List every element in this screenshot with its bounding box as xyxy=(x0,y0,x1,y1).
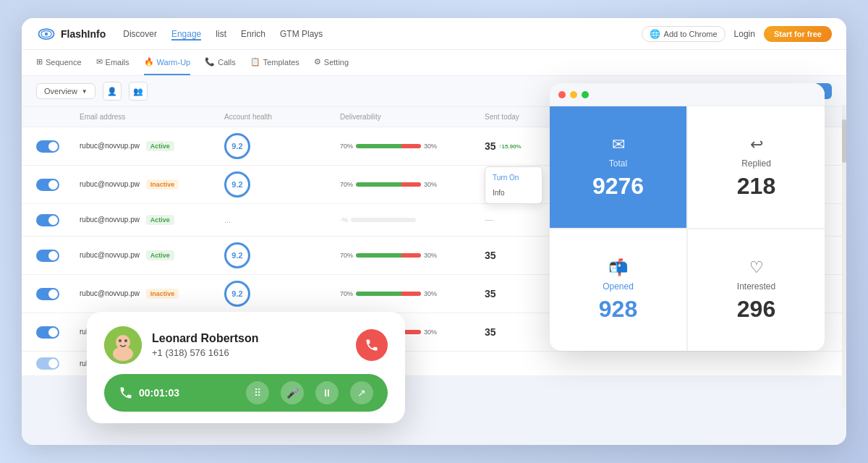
caller-name: Leonard Robertson xyxy=(152,332,346,345)
scrollbar[interactable] xyxy=(842,105,846,409)
subnav-sequence-label: Sequence xyxy=(46,58,82,67)
nav-discover[interactable]: Discover xyxy=(123,27,157,41)
interested-value: 296 xyxy=(737,296,775,323)
mute-button[interactable]: 🎤 xyxy=(281,381,304,404)
call-timer: 00:01:03 xyxy=(119,386,231,400)
subnav-calls-label: Calls xyxy=(218,58,235,67)
users-icon-btn[interactable]: 👥 xyxy=(129,82,148,101)
chevron-down-icon: ▼ xyxy=(82,88,88,95)
card-titlebar xyxy=(550,83,825,106)
sequence-icon: ⊞ xyxy=(36,57,43,67)
subnav-warmup-label: Warm-Up xyxy=(157,58,191,67)
email-cell-5: rubuc@novvup.pw Inactive xyxy=(80,289,224,299)
overview-label: Overview xyxy=(44,87,77,95)
overview-select[interactable]: Overview ▼ xyxy=(36,83,95,99)
interested-card: ♡ Interested 296 xyxy=(688,229,825,351)
caller-number: +1 (318) 576 1616 xyxy=(152,347,346,358)
window-maximize-dot[interactable] xyxy=(582,91,589,98)
status-badge-3: Active xyxy=(146,215,174,225)
dropdown-item-turnon[interactable]: Turn On xyxy=(485,170,542,185)
total-label: Total xyxy=(609,158,627,169)
score-3: ... xyxy=(224,216,340,224)
chrome-button[interactable]: 🌐 Add to Chrome xyxy=(642,26,726,42)
opened-label: Opened xyxy=(603,281,634,292)
opened-card: 📬 Opened 928 xyxy=(550,229,686,351)
login-button[interactable]: Login xyxy=(734,29,755,39)
hold-button[interactable]: ⏸ xyxy=(315,381,339,404)
opened-icon: 📬 xyxy=(608,258,628,277)
opened-value: 928 xyxy=(599,296,637,323)
timer-display: 00:01:03 xyxy=(139,387,179,399)
replied-icon: ↩ xyxy=(750,135,763,154)
replied-value: 218 xyxy=(737,173,775,200)
col-delivery: Deliverability xyxy=(340,113,485,121)
delivery-1: 70% 30% xyxy=(340,143,485,150)
interested-icon: ♡ xyxy=(749,258,764,277)
caller-info: Leonard Robertson +1 (318) 576 1616 xyxy=(152,332,346,358)
col-health: Account health xyxy=(224,113,340,121)
call-controls-bar: 00:01:03 ⠿ 🎤 ⏸ ↗ xyxy=(104,374,388,412)
toggle-7[interactable] xyxy=(36,357,80,370)
nav-gtm[interactable]: GTM Plays xyxy=(280,27,323,41)
status-badge-4: Active xyxy=(146,250,174,260)
score-2: 9.2 xyxy=(224,171,340,197)
total-value: 9276 xyxy=(592,173,644,200)
svg-point-5 xyxy=(124,339,127,342)
calls-icon: 📞 xyxy=(205,57,215,67)
logo-area: FlashInfo xyxy=(36,27,106,41)
end-call-icon xyxy=(365,338,379,352)
stats-grid: ✉ Total 9276 ↩ Replied 218 📬 Opened 928 … xyxy=(550,106,825,351)
emails-icon: ✉ xyxy=(96,57,103,67)
nav-right: 🌐 Add to Chrome Login Start for free xyxy=(642,26,832,42)
nav-list[interactable]: list xyxy=(216,27,226,41)
subnav-setting-label: Setting xyxy=(324,58,349,67)
top-nav: FlashInfo Discover Engage list Enrich GT… xyxy=(22,18,846,50)
subnav-calls[interactable]: 📞 Calls xyxy=(205,50,235,75)
keypad-button[interactable]: ⠿ xyxy=(246,381,269,404)
start-button[interactable]: Start for free xyxy=(764,26,832,42)
subnav-emails[interactable]: ✉ Emails xyxy=(96,50,129,75)
scrollbar-thumb[interactable] xyxy=(842,119,846,163)
nav-engage[interactable]: Engage xyxy=(171,27,201,41)
toggle-4[interactable] xyxy=(36,250,80,262)
logo-icon xyxy=(36,27,56,41)
score-4: 9.2 xyxy=(224,242,340,268)
subnav-warmup[interactable]: 🔥 Warm-Up xyxy=(144,50,191,75)
subnav-emails-label: Emails xyxy=(106,58,129,67)
status-badge-1: Active xyxy=(146,141,174,151)
total-card: ✉ Total 9276 xyxy=(550,106,686,228)
col-email: Email address xyxy=(80,113,224,121)
call-top: Leonard Robertson +1 (318) 576 1616 xyxy=(104,326,388,364)
toggle-3[interactable] xyxy=(36,214,80,226)
call-active-icon xyxy=(119,386,133,400)
delivery-4: 70% 30% xyxy=(340,252,485,259)
transfer-button[interactable]: ↗ xyxy=(350,381,373,404)
toggle-6[interactable] xyxy=(36,326,80,339)
window-close-dot[interactable] xyxy=(558,91,566,98)
user-icon-btn[interactable]: 👤 xyxy=(103,82,122,101)
subnav-templates[interactable]: 📋 Templates xyxy=(250,50,299,75)
toggle-2[interactable] xyxy=(36,179,80,191)
toggle-1[interactable] xyxy=(36,140,80,153)
total-icon: ✉ xyxy=(612,135,625,154)
toggle-5[interactable] xyxy=(36,288,80,300)
logo-text: FlashInfo xyxy=(61,28,106,40)
dropdown-item-info[interactable]: Info xyxy=(485,185,542,200)
email-stats-card: ✉ Total 9276 ↩ Replied 218 📬 Opened 928 … xyxy=(550,83,825,351)
end-call-button[interactable] xyxy=(356,329,388,361)
sub-nav: ⊞ Sequence ✉ Emails 🔥 Warm-Up 📞 Calls 📋 … xyxy=(22,50,846,76)
delivery-5: 70% 30% xyxy=(340,290,485,297)
subnav-sequence[interactable]: ⊞ Sequence xyxy=(36,50,82,75)
subnav-setting[interactable]: ⚙ Setting xyxy=(314,50,349,75)
app-container: FlashInfo Discover Engage list Enrich GT… xyxy=(22,18,846,445)
email-cell-4: rubuc@novvup.pw Active xyxy=(80,250,224,260)
subnav-templates-label: Templates xyxy=(263,58,299,67)
col-toggle xyxy=(36,113,80,121)
email-cell-2: rubuc@novvup.pw Inactive xyxy=(80,179,224,190)
window-minimize-dot[interactable] xyxy=(570,91,577,98)
templates-icon: 📋 xyxy=(250,57,260,67)
delivery-2: 70% 30% xyxy=(340,181,485,188)
svg-point-0 xyxy=(45,32,48,35)
nav-enrich[interactable]: Enrich xyxy=(241,27,265,41)
call-card: Leonard Robertson +1 (318) 576 1616 00:0… xyxy=(87,312,405,423)
